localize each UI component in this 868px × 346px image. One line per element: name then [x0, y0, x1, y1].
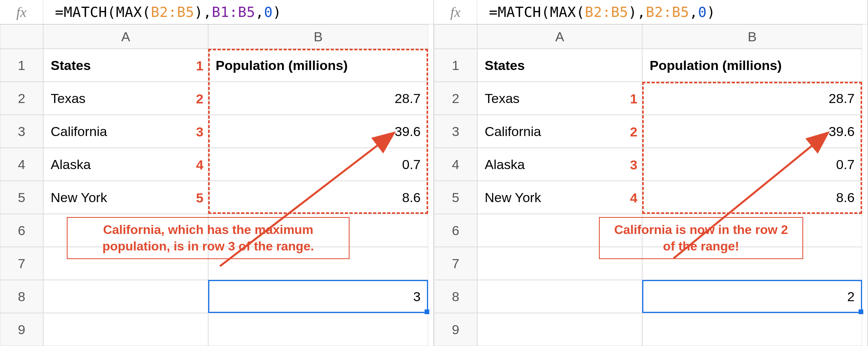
- cell-B3[interactable]: 39.6: [642, 115, 862, 148]
- row-header-2[interactable]: 2: [434, 82, 477, 115]
- row-header-8[interactable]: 8: [0, 280, 43, 313]
- row-header-9[interactable]: 9: [0, 313, 43, 346]
- range-index-2: 2: [622, 124, 637, 140]
- cell-A5[interactable]: New York: [477, 181, 642, 214]
- formula-bar: fx =MATCH(MAX(B2:B5),B1:B5,0): [0, 0, 433, 24]
- range-index-5: 5: [188, 190, 203, 206]
- cell-B4[interactable]: 0.7: [208, 148, 428, 181]
- cell-A4[interactable]: Alaska: [477, 148, 642, 181]
- cell-A2[interactable]: Texas: [477, 82, 642, 115]
- cell-A9[interactable]: [43, 313, 208, 346]
- sheet-grid[interactable]: A B 1 2 3 4 5 6 7 8 9 States Population …: [0, 24, 433, 346]
- cell-A7[interactable]: [43, 247, 208, 280]
- fx-icon: fx: [434, 0, 477, 24]
- formula-input[interactable]: =MATCH(MAX(B2:B5),B2:B5,0): [477, 4, 716, 20]
- col-header-B[interactable]: B: [208, 24, 428, 49]
- row-header-6[interactable]: 6: [434, 214, 477, 247]
- select-all-corner[interactable]: [0, 24, 43, 49]
- fx-icon: fx: [0, 0, 43, 24]
- formula-bar: fx =MATCH(MAX(B2:B5),B2:B5,0): [434, 0, 867, 24]
- row-header-2[interactable]: 2: [0, 82, 43, 115]
- row-header-9[interactable]: 9: [434, 313, 477, 346]
- cell-B2[interactable]: 28.7: [642, 82, 862, 115]
- cell-B7[interactable]: [208, 247, 428, 280]
- range-index-4: 4: [188, 157, 203, 173]
- cell-B8[interactable]: 2: [642, 280, 862, 313]
- cell-A7[interactable]: [477, 247, 642, 280]
- col-header-A[interactable]: A: [477, 24, 642, 49]
- cell-A1[interactable]: States: [477, 49, 642, 82]
- row-header-6[interactable]: 6: [0, 214, 43, 247]
- cell-B2[interactable]: 28.7: [208, 82, 428, 115]
- row-header-3[interactable]: 3: [434, 115, 477, 148]
- col-header-A[interactable]: A: [43, 24, 208, 49]
- range-index-4: 4: [622, 190, 637, 206]
- cell-A6[interactable]: [477, 214, 642, 247]
- row-header-1[interactable]: 1: [434, 49, 477, 82]
- row-header-4[interactable]: 4: [0, 148, 43, 181]
- row-header-7[interactable]: 7: [0, 247, 43, 280]
- row-header-1[interactable]: 1: [0, 49, 43, 82]
- row-header-5[interactable]: 5: [0, 181, 43, 214]
- range-index-2: 2: [188, 91, 203, 107]
- range-index-1: 1: [188, 58, 203, 74]
- row-header-7[interactable]: 7: [434, 247, 477, 280]
- cell-B9[interactable]: [642, 313, 862, 346]
- col-header-B[interactable]: B: [642, 24, 862, 49]
- cell-A2[interactable]: Texas: [43, 82, 208, 115]
- cell-A3[interactable]: California: [43, 115, 208, 148]
- sheet-grid[interactable]: A B 1 2 3 4 5 6 7 8 9 States Population …: [434, 24, 867, 346]
- cell-B3[interactable]: 39.6: [208, 115, 428, 148]
- row-header-4[interactable]: 4: [434, 148, 477, 181]
- select-all-corner[interactable]: [434, 24, 477, 49]
- left-example: fx =MATCH(MAX(B2:B5),B1:B5,0) A B 1 2 3 …: [0, 0, 434, 346]
- formula-input[interactable]: =MATCH(MAX(B2:B5),B1:B5,0): [43, 4, 282, 20]
- range-index-1: 1: [622, 91, 637, 107]
- row-header-8[interactable]: 8: [434, 280, 477, 313]
- row-header-5[interactable]: 5: [434, 181, 477, 214]
- cell-A6[interactable]: [43, 214, 208, 247]
- cell-B9[interactable]: [208, 313, 428, 346]
- cell-B5[interactable]: 8.6: [208, 181, 428, 214]
- cell-B5[interactable]: 8.6: [642, 181, 862, 214]
- cell-B7[interactable]: [642, 247, 862, 280]
- cell-A4[interactable]: Alaska: [43, 148, 208, 181]
- row-header-3[interactable]: 3: [0, 115, 43, 148]
- right-example: fx =MATCH(MAX(B2:B5),B2:B5,0) A B 1 2 3 …: [434, 0, 868, 346]
- range-index-3: 3: [622, 157, 637, 173]
- cell-A3[interactable]: California: [477, 115, 642, 148]
- cell-B1[interactable]: Population (millions): [642, 49, 862, 82]
- cell-B6[interactable]: [642, 214, 862, 247]
- cell-B8[interactable]: 3: [208, 280, 428, 313]
- cell-A1[interactable]: States: [43, 49, 208, 82]
- cell-A8[interactable]: [43, 280, 208, 313]
- cell-B4[interactable]: 0.7: [642, 148, 862, 181]
- cell-A8[interactable]: [477, 280, 642, 313]
- cell-B6[interactable]: [208, 214, 428, 247]
- range-index-3: 3: [188, 124, 203, 140]
- cell-B1[interactable]: Population (millions): [208, 49, 428, 82]
- cell-A9[interactable]: [477, 313, 642, 346]
- cell-A5[interactable]: New York: [43, 181, 208, 214]
